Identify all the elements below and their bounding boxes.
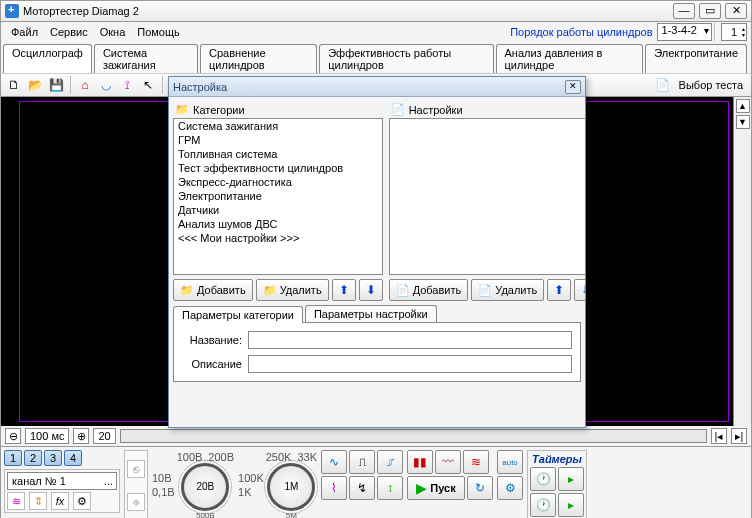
dialog-close-icon[interactable]: ✕ <box>565 80 581 94</box>
tab-ignition[interactable]: Система зажигания <box>94 44 198 73</box>
close-button[interactable]: ✕ <box>725 3 747 19</box>
timer1-icon[interactable]: 🕐 <box>530 467 556 491</box>
move-down-button[interactable]: ⬇ <box>359 279 383 301</box>
tab-oscilloscope[interactable]: Осциллограф <box>3 44 92 73</box>
wave-icon[interactable]: ⎍ <box>349 450 375 474</box>
move-up-button[interactable]: ⬆ <box>332 279 356 301</box>
test-select-label[interactable]: Выбор теста <box>675 79 747 91</box>
add-setting-button[interactable]: 📄Добавить <box>389 279 469 301</box>
channel-select[interactable]: канал № 1 <box>7 472 117 490</box>
menu-file[interactable]: Файл <box>5 24 44 40</box>
list-item[interactable]: Электропитание <box>174 189 382 203</box>
prev-frame-icon[interactable]: |◂ <box>711 428 727 444</box>
wave-icon[interactable]: ⎎ <box>377 450 403 474</box>
channel-block: канал № 1 ≋ ⇕ fx ⚙ <box>4 469 120 513</box>
stop-icon[interactable]: ▮▮ <box>407 450 433 474</box>
list-item[interactable]: Датчики <box>174 203 382 217</box>
name-input[interactable] <box>248 331 572 349</box>
maximize-button[interactable]: ▭ <box>699 3 721 19</box>
time-value2[interactable]: 20 <box>93 428 115 444</box>
menubar: Файл Сервис Окна Помощь Порядок работы ц… <box>0 22 752 42</box>
categories-list[interactable]: Система зажигания ГРМ Топливная система … <box>173 118 383 275</box>
dialog-title: Настройка <box>173 81 565 93</box>
multi-sine-icon[interactable]: ≋ <box>463 450 489 474</box>
auto-settings-icon[interactable]: ⚙ <box>497 476 523 500</box>
firing-order-select[interactable]: 1-3-4-2 <box>657 23 712 41</box>
tab-pressure[interactable]: Анализ давления в цилиндре <box>496 44 644 73</box>
loop-icon[interactable]: ↻ <box>467 476 493 500</box>
save-icon[interactable]: 💾 <box>47 76 65 94</box>
name-label: Название: <box>182 334 242 346</box>
channel-pill-4[interactable]: 4 <box>64 450 82 466</box>
wave-icon[interactable]: ↯ <box>349 476 375 500</box>
tab-cylinder-efficiency[interactable]: Эффективность работы цилиндров <box>319 44 493 73</box>
tab-power[interactable]: Электропитание <box>645 44 747 73</box>
timer2-icon[interactable]: 🕐 <box>530 493 556 517</box>
new-icon[interactable]: 🗋 <box>5 76 23 94</box>
test-icon[interactable]: 📄 <box>654 76 672 94</box>
auto-button[interactable]: auto <box>497 450 523 474</box>
open-icon[interactable]: 📂 <box>26 76 44 94</box>
timer-play-icon[interactable]: ▸ <box>558 467 584 491</box>
freq-knob[interactable]: 1М <box>267 463 315 511</box>
chan-tool-icon[interactable]: ≋ <box>7 492 25 510</box>
knob-labels: 10В 0,1В <box>152 472 175 498</box>
move-down-button[interactable]: ⬇ <box>574 279 585 301</box>
channel-pills: 1 2 3 4 <box>4 450 82 466</box>
list-item[interactable]: Экспресс-диагностика <box>174 175 382 189</box>
tab-setting-params[interactable]: Параметры настройки <box>305 305 437 322</box>
delete-setting-button[interactable]: 📄Удалить <box>471 279 544 301</box>
wave-icon[interactable]: ↕ <box>377 476 403 500</box>
main-tabs: Осциллограф Система зажигания Сравнение … <box>0 42 752 73</box>
list-item[interactable]: Топливная система <box>174 147 382 161</box>
settings-dialog: Настройка ✕ 📁 Категории Система зажигани… <box>168 76 586 428</box>
move-up-button[interactable]: ⬆ <box>547 279 571 301</box>
voltage-knob[interactable]: 20В <box>181 463 229 511</box>
chan-fx-icon[interactable]: fx <box>51 492 69 510</box>
cursor-icon[interactable]: ↖ <box>139 76 157 94</box>
cylinder-spin[interactable]: 1 <box>721 23 747 41</box>
wave-icon[interactable]: ∿ <box>321 450 347 474</box>
tool-icon[interactable]: ⟟ <box>118 76 136 94</box>
settings-list[interactable] <box>389 118 585 275</box>
channel-pill-1[interactable]: 1 <box>4 450 22 466</box>
timer-play-icon[interactable]: ▸ <box>558 493 584 517</box>
scrub-track[interactable] <box>120 429 707 443</box>
list-item[interactable]: <<< Мои настройки >>> <box>174 231 382 245</box>
sine-icon[interactable]: 〰 <box>435 450 461 474</box>
menu-service[interactable]: Сервис <box>44 24 94 40</box>
timers-panel: Таймеры 🕐 ▸ 🕐 ▸ <box>527 450 587 518</box>
zoom-in-icon[interactable]: ⊕ <box>73 428 89 444</box>
delete-category-button[interactable]: 📁Удалить <box>256 279 329 301</box>
list-item[interactable]: ГРМ <box>174 133 382 147</box>
list-item[interactable]: Тест эффективности цилиндров <box>174 161 382 175</box>
tool-icon[interactable]: ⌂ <box>76 76 94 94</box>
zoom-out-icon[interactable]: ⊖ <box>5 428 21 444</box>
start-button[interactable]: ▶ Пуск <box>407 476 465 500</box>
channel-pill-2[interactable]: 2 <box>24 450 42 466</box>
time-value[interactable]: 100 мс <box>25 428 69 444</box>
minimize-button[interactable]: — <box>673 3 695 19</box>
dialog-titlebar[interactable]: Настройка ✕ <box>169 77 585 97</box>
add-category-button[interactable]: 📁Добавить <box>173 279 253 301</box>
tool-icon[interactable]: ◡ <box>97 76 115 94</box>
settings-header: Настройки <box>409 104 463 116</box>
scroll-down-icon[interactable]: ▼ <box>736 115 750 129</box>
io-icon[interactable]: ⎆ <box>127 493 145 511</box>
list-item[interactable]: Анализ шумов ДВС <box>174 217 382 231</box>
tab-category-params[interactable]: Параметры категории <box>173 306 303 323</box>
io-icon[interactable]: ⎋ <box>127 460 145 478</box>
desc-input[interactable] <box>248 355 572 373</box>
tab-cylinder-compare[interactable]: Сравнение цилиндров <box>200 44 317 73</box>
menu-windows[interactable]: Окна <box>94 24 132 40</box>
app-title: Мотортестер Diamag 2 <box>23 5 673 17</box>
wave-icon[interactable]: ⌇ <box>321 476 347 500</box>
titlebar: Мотортестер Diamag 2 — ▭ ✕ <box>0 0 752 22</box>
chan-tool-icon[interactable]: ⚙ <box>73 492 91 510</box>
menu-help[interactable]: Помощь <box>131 24 186 40</box>
chan-tool-icon[interactable]: ⇕ <box>29 492 47 510</box>
scroll-up-icon[interactable]: ▲ <box>736 99 750 113</box>
next-frame-icon[interactable]: ▸| <box>731 428 747 444</box>
list-item[interactable]: Система зажигания <box>174 119 382 133</box>
channel-pill-3[interactable]: 3 <box>44 450 62 466</box>
